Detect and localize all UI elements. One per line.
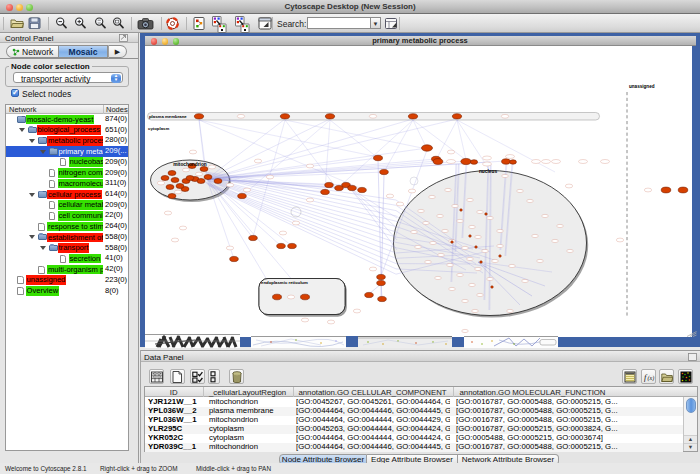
svg-text:nucleus: nucleus bbox=[478, 169, 496, 174]
svg-text:mitochondrion: mitochondrion bbox=[173, 162, 207, 167]
svg-text:unassigned: unassigned bbox=[629, 84, 655, 89]
svg-text:cytoplasm: cytoplasm bbox=[148, 126, 169, 131]
svg-text:plasma membrane: plasma membrane bbox=[149, 114, 187, 119]
svg-text:endoplasmic reticulum: endoplasmic reticulum bbox=[261, 280, 308, 285]
svg-text:(x): (x) bbox=[647, 375, 654, 382]
